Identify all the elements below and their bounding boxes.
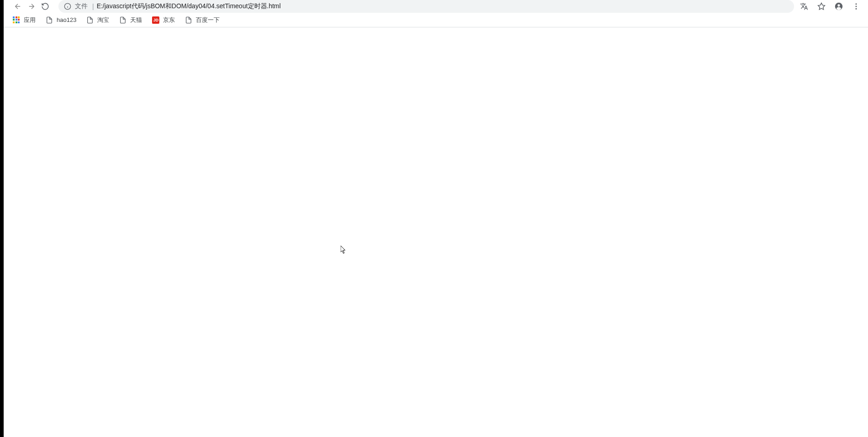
file-icon [119, 16, 126, 24]
toolbar-right-icons [798, 0, 863, 13]
bookmark-apps[interactable]: 应用 [9, 14, 39, 26]
svg-point-8 [856, 8, 857, 10]
site-info-icon[interactable] [64, 3, 71, 10]
bookmark-jd[interactable]: JD 京东 [148, 14, 179, 26]
jd-icon: JD [152, 16, 159, 24]
url-path: E:/javascript代码/jsBOM和DOM/day04/04.setTi… [97, 2, 281, 11]
bookmark-label: 应用 [24, 16, 36, 24]
bookmarks-bar: 应用 hao123 淘宝 天猫 JD [4, 13, 868, 27]
translate-icon[interactable] [798, 0, 810, 13]
svg-point-5 [837, 4, 840, 6]
file-icon [185, 16, 192, 24]
url-prefix: 文件 [75, 2, 88, 11]
bookmark-label: hao123 [57, 16, 76, 23]
bookmark-label: 天猫 [130, 16, 142, 24]
svg-marker-3 [818, 3, 825, 10]
browser-toolbar: 文件 | E:/javascript代码/jsBOM和DOM/day04/04.… [4, 0, 868, 13]
svg-point-7 [856, 6, 857, 7]
reload-button[interactable] [38, 0, 52, 13]
url-separator: | [92, 3, 94, 10]
window-left-edge [0, 0, 4, 437]
mouse-cursor-icon [341, 246, 346, 254]
menu-icon[interactable] [850, 0, 863, 13]
bookmark-baidu[interactable]: 百度一下 [181, 14, 223, 26]
back-button[interactable] [11, 0, 25, 13]
bookmark-tmall[interactable]: 天猫 [116, 14, 146, 26]
bookmark-star-icon[interactable] [815, 0, 828, 13]
svg-point-6 [856, 3, 857, 5]
bookmark-hao123[interactable]: hao123 [42, 15, 80, 26]
address-bar[interactable]: 文件 | E:/javascript代码/jsBOM和DOM/day04/04.… [58, 0, 794, 13]
page-content [4, 27, 868, 437]
profile-icon[interactable] [832, 0, 845, 13]
bookmark-label: 淘宝 [97, 16, 109, 24]
bookmark-taobao[interactable]: 淘宝 [83, 14, 113, 26]
apps-grid-icon [13, 16, 20, 24]
bookmark-label: 京东 [163, 16, 175, 24]
file-icon [46, 16, 53, 24]
bookmark-label: 百度一下 [196, 16, 220, 24]
file-icon [86, 16, 94, 24]
forward-button[interactable] [25, 0, 38, 13]
